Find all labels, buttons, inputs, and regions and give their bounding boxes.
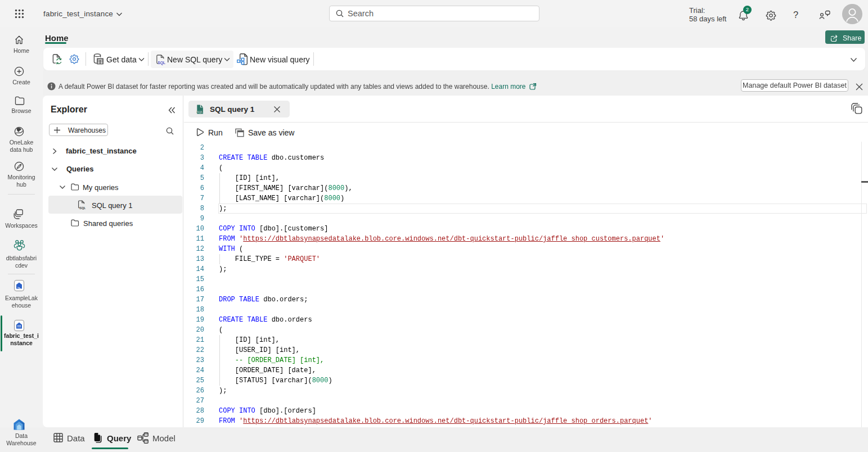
svg-text:SQL: SQL (196, 110, 203, 114)
svg-text:SQL: SQL (79, 206, 86, 210)
svg-text:SQL: SQL (158, 61, 165, 65)
